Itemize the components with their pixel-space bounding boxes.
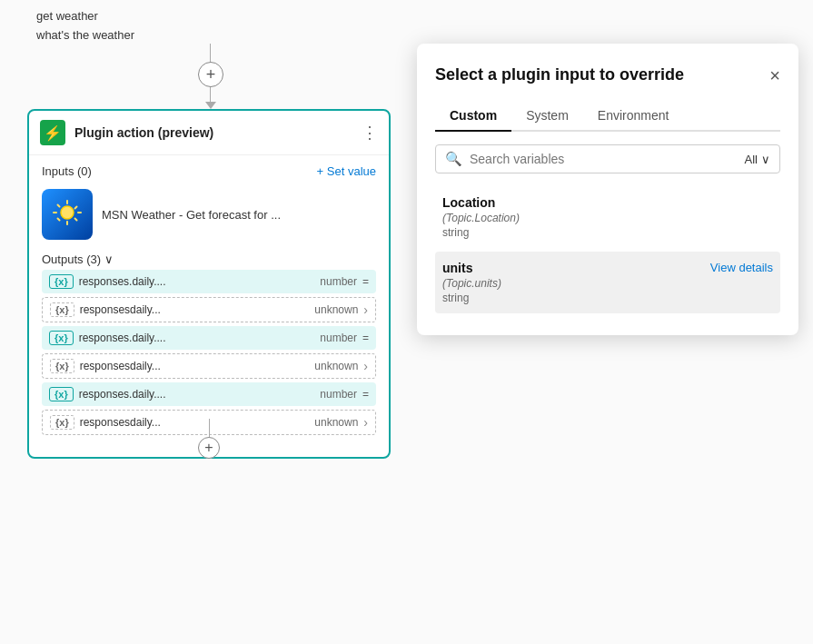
output-row-4: {x} responses.daily.... number = — [42, 382, 376, 406]
variable-item-location-header: Location — [442, 195, 773, 210]
filter-chevron-icon: ∨ — [761, 153, 770, 166]
variable-name-location: Location — [442, 195, 495, 210]
output-name-1: responsesdaily... — [80, 303, 310, 316]
output-type-2: number — [320, 332, 357, 344]
trigger-line-1: get weather — [36, 7, 134, 26]
output-name-3: responsesdaily... — [80, 360, 310, 372]
svg-line-6 — [75, 219, 77, 221]
search-input[interactable] — [470, 152, 738, 166]
bottom-line — [209, 419, 210, 437]
output-badge-4: {x} — [49, 387, 74, 401]
output-type-4: number — [320, 388, 357, 401]
variable-type-location: string — [442, 226, 773, 239]
output-name-2: responses.daily.... — [79, 332, 315, 344]
plugin-card: ⚡ Plugin action (preview) ⋮ Inputs (0) +… — [27, 109, 391, 459]
search-icon: 🔍 — [445, 151, 462, 167]
bottom-connector: + — [198, 419, 220, 459]
output-type-3: unknown — [314, 360, 358, 372]
search-bar: 🔍 All ∨ — [435, 144, 780, 173]
output-equals-0: = — [362, 275, 369, 288]
set-value-button[interactable]: + Set value — [317, 164, 376, 178]
tab-system[interactable]: System — [511, 101, 583, 132]
output-row-0: {x} responses.daily.... number = — [42, 270, 376, 293]
output-type-5: unknown — [314, 416, 358, 429]
output-type-0: number — [320, 275, 357, 288]
panel-tabs: Custom System Environment — [435, 101, 780, 132]
outputs-section: Outputs (3) ∨ {x} responses.daily.... nu… — [29, 245, 389, 442]
variable-item-units[interactable]: units View details (Topic.units) string — [435, 252, 780, 313]
chevron-right-icon-5: › — [363, 415, 368, 430]
outputs-label: Outputs (3) ∨ — [42, 253, 376, 266]
filter-label: All — [745, 153, 758, 166]
msn-row: MSN Weather - Get forecast for ... — [29, 183, 389, 245]
panel-title: Select a plugin input to override — [435, 65, 684, 84]
view-details-link-units[interactable]: View details — [710, 261, 773, 274]
plugin-card-header: ⚡ Plugin action (preview) ⋮ — [29, 111, 389, 155]
variable-type-units: string — [442, 292, 773, 304]
output-type-1: unknown — [314, 303, 358, 316]
bottom-plus-button[interactable]: + — [198, 437, 220, 459]
output-row-2: {x} responses.daily.... number = — [42, 326, 376, 350]
output-name-0: responses.daily.... — [79, 275, 315, 288]
msn-text: MSN Weather - Get forecast for ... — [102, 208, 281, 222]
output-equals-2: = — [362, 332, 369, 344]
trigger-text: get weather what's the weather — [36, 7, 134, 45]
inputs-section: Inputs (0) + Set value — [29, 155, 389, 183]
output-name-5: responsesdaily... — [80, 416, 310, 429]
chevron-right-icon-3: › — [363, 359, 368, 373]
connector-plus-button[interactable]: + — [198, 62, 223, 87]
trigger-line-2: what's the weather — [36, 26, 134, 45]
output-badge-1: {x} — [50, 302, 74, 317]
variable-item-location[interactable]: Location (Topic.Location) string — [435, 186, 780, 248]
msn-icon — [42, 189, 93, 240]
variable-item-units-header: units View details — [442, 261, 773, 275]
output-badge-0: {x} — [49, 274, 74, 289]
select-plugin-input-panel: Select a plugin input to override × Cust… — [417, 44, 798, 335]
output-badge-5: {x} — [50, 415, 74, 430]
variable-path-location: (Topic.Location) — [442, 212, 773, 224]
variable-path-units: (Topic.units) — [442, 277, 773, 290]
plugin-title: Plugin action (preview) — [74, 125, 352, 140]
plugin-menu-icon[interactable]: ⋮ — [362, 123, 378, 143]
chevron-right-icon-1: › — [363, 302, 368, 317]
panel-header: Select a plugin input to override × — [435, 65, 780, 84]
svg-line-7 — [75, 207, 77, 209]
output-badge-3: {x} — [50, 359, 74, 373]
inputs-label: Inputs (0) — [42, 164, 92, 178]
output-equals-4: = — [362, 388, 369, 401]
svg-line-8 — [58, 219, 60, 221]
output-row-3[interactable]: {x} responsesdaily... unknown › — [42, 353, 376, 379]
variable-name-units: units — [442, 261, 472, 275]
svg-line-5 — [58, 205, 60, 207]
output-name-4: responses.daily.... — [79, 388, 315, 401]
tab-custom[interactable]: Custom — [435, 101, 511, 132]
output-badge-2: {x} — [49, 331, 74, 345]
connector-line-top — [210, 44, 211, 64]
output-row-1[interactable]: {x} responsesdaily... unknown › — [42, 297, 376, 322]
panel-close-button[interactable]: × — [769, 66, 780, 84]
search-filter-button[interactable]: All ∨ — [745, 153, 770, 166]
tab-environment[interactable]: Environment — [583, 101, 684, 132]
svg-point-0 — [61, 206, 74, 219]
plugin-icon: ⚡ — [40, 120, 65, 145]
arrow-down-icon — [205, 102, 216, 109]
